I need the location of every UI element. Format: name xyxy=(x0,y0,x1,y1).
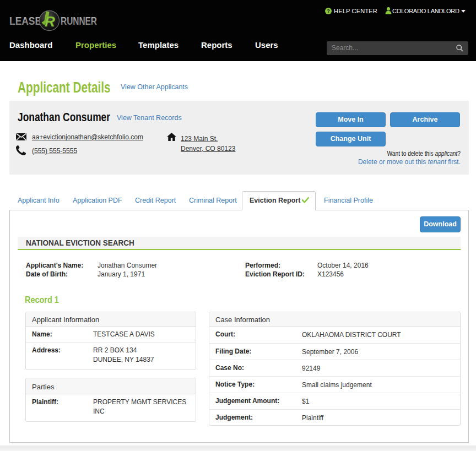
svg-text:R: R xyxy=(45,13,55,30)
svg-text:LEASE: LEASE xyxy=(9,15,41,27)
svg-text:RUNNER: RUNNER xyxy=(61,15,97,27)
svg-text:?: ? xyxy=(327,8,330,14)
